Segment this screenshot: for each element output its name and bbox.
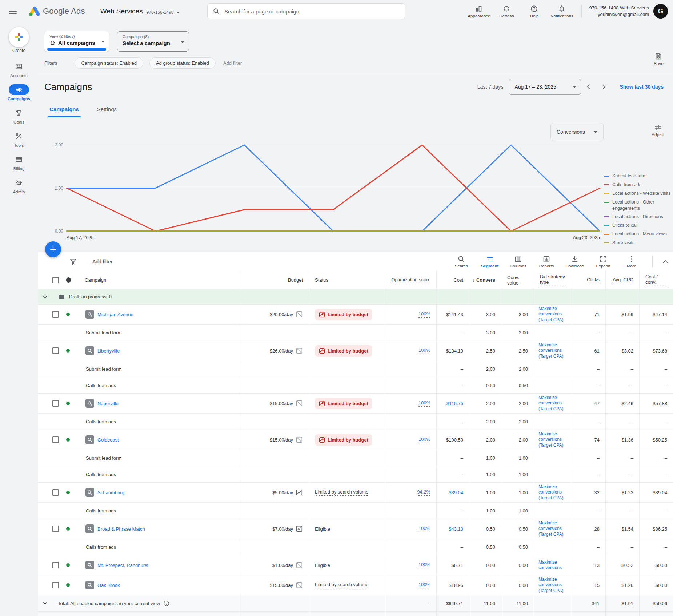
show-last-30-days-link[interactable]: Show last 30 days [620,84,664,90]
bid-strategy-link[interactable]: Maximize conversions (Target CPA) [538,520,569,537]
cost-value[interactable]: $39.04 [449,490,463,495]
enabled-status-dot[interactable] [66,491,70,494]
column-header-clicks[interactable]: Clicks [572,271,606,289]
refresh-button[interactable]: Refresh [493,5,520,18]
chevron-down-icon[interactable] [41,293,49,301]
help-circle-icon[interactable]: ? [163,600,169,607]
enabled-status-dot[interactable] [66,527,70,531]
date-next-button[interactable] [598,81,609,92]
table-action-expand[interactable]: Expand [589,255,617,268]
sidebar-item-campaigns[interactable]: Campaigns [0,84,38,101]
sidebar-item-admin[interactable]: Admin [0,177,38,194]
account-chevron-down-icon[interactable] [176,12,180,13]
help-circle-icon[interactable]: ? [163,600,169,607]
row-checkbox[interactable] [52,311,59,318]
select-all-checkbox[interactable] [52,277,59,283]
sidebar-item-billing[interactable]: Billing [0,154,38,171]
optimization-score-link[interactable]: 100% [418,400,430,407]
column-header-budget[interactable]: Budget [240,271,309,289]
enabled-status-dot[interactable] [66,438,70,442]
new-campaign-fab[interactable] [45,241,61,257]
column-header-avg-cpc[interactable]: Avg. CPC [606,271,640,289]
enabled-status-dot[interactable] [66,402,70,405]
row-checkbox[interactable] [52,582,59,588]
bid-strategy-link[interactable]: Maximize conversions (Target CPA) [538,484,569,501]
bid-strategy-link[interactable]: Maximize conversions (Target CPA) [538,395,569,412]
global-search[interactable] [207,3,405,19]
chart-metric-select[interactable]: Conversions [550,123,604,141]
row-checkbox[interactable] [52,489,59,496]
avatar[interactable]: G [653,4,668,19]
help-button[interactable]: ?Help [520,5,548,18]
status-badge[interactable]: Limited by budget [315,398,372,409]
drafts-row[interactable]: Drafts in progress: 0 [38,289,673,305]
optimization-score-link[interactable]: 100% [418,526,430,532]
optimization-score-link[interactable]: 100% [418,436,430,443]
chart-icon[interactable] [296,525,303,532]
tab-campaigns[interactable]: Campaigns [47,103,81,117]
column-header-cost-conv-[interactable]: Cost / conv. [640,271,673,289]
chevron-down-icon[interactable] [41,600,49,607]
bid-strategy-link[interactable]: Maximize conversions (Target CPA) [538,342,569,359]
row-checkbox[interactable] [52,400,59,407]
cost-value[interactable]: $43.13 [449,526,463,532]
table-action-reports[interactable]: Reports [532,255,561,268]
add-filter-link[interactable]: Add filter [223,60,242,66]
column-header-convers[interactable]: ↓Convers [469,271,501,289]
view-picker[interactable]: View (2 filters) All campaigns [44,31,109,52]
collapse-table-button[interactable] [658,255,673,268]
status-badge[interactable]: Limited by budget [315,345,372,357]
bid-strategy-link[interactable]: Maximize conversions (Target CPA) [538,577,569,593]
campaign-link[interactable]: Naperville [97,401,119,406]
table-action-columns[interactable]: Columns [504,255,532,268]
filter-chip-0[interactable]: Campaign status: Enabled [75,57,143,69]
cost-value[interactable]: $115.75 [446,401,463,406]
campaign-link[interactable]: Oak Brook [97,583,120,588]
column-header-cost[interactable]: Cost [437,271,469,289]
optimization-score-link[interactable]: 94.2% [417,489,430,496]
optimization-score-link[interactable]: 100% [418,347,430,354]
status-filter-dot[interactable] [66,277,71,283]
account-name[interactable]: Web Services [100,7,143,15]
menu-icon[interactable] [9,7,17,15]
enabled-status-dot[interactable] [66,563,70,567]
date-prev-button[interactable] [583,81,594,92]
chart-icon[interactable] [296,489,303,496]
campaign-link[interactable]: Broad & Phrase Match [97,526,145,532]
create-button[interactable] [9,27,29,47]
filter-funnel-icon[interactable] [69,258,77,266]
optimization-score-link[interactable]: 100% [418,311,430,318]
bid-strategy-link[interactable]: Maximize conversions (Target CPA) [538,306,569,323]
column-header-status[interactable]: Status [309,271,385,289]
status-badge[interactable]: Limited by budget [315,434,372,446]
sidebar-item-goals[interactable]: Goals [0,108,38,124]
enabled-status-dot[interactable] [66,313,70,316]
table-action-download[interactable]: Download [561,255,589,268]
campaign-link[interactable]: Mt. Prospect, Randhurst [97,563,148,568]
table-action-search[interactable]: Search [447,255,476,268]
notifications-button[interactable]: Notifications [548,5,576,18]
campaign-link[interactable]: Michigan Avenue [97,312,133,317]
adjust-button[interactable]: Adjust [652,124,664,137]
status-badge[interactable]: Limited by budget [315,309,372,320]
column-header-campaign[interactable]: Campaign [38,271,240,289]
date-range-picker[interactable]: Aug 17 – 23, 2025 [509,79,581,95]
column-header-bid-strategy-type[interactable]: Bid strategy type [534,271,572,289]
sidebar-item-tools[interactable]: Tools [0,131,38,148]
campaign-link[interactable]: Goldcoast [97,437,119,443]
campaign-picker[interactable]: Campaigns (8) Select a campaign [117,31,189,52]
table-action-segment[interactable]: Segment [476,255,504,268]
row-checkbox[interactable] [52,436,59,443]
search-input[interactable] [224,8,400,15]
appearance-button[interactable]: Appearance [465,5,493,18]
column-header-conv-value[interactable]: Conv. value [501,271,534,289]
enabled-status-dot[interactable] [66,583,70,587]
table-add-filter[interactable]: Add filter [92,259,112,265]
row-checkbox[interactable] [52,347,59,354]
status-text[interactable]: Limited by search volume [315,582,368,588]
campaign-link[interactable]: Schaumburg [97,490,124,495]
table-action-more[interactable]: More [617,255,646,268]
row-checkbox[interactable] [52,526,59,532]
save-button[interactable]: Save [654,52,664,66]
enabled-status-dot[interactable] [66,349,70,353]
